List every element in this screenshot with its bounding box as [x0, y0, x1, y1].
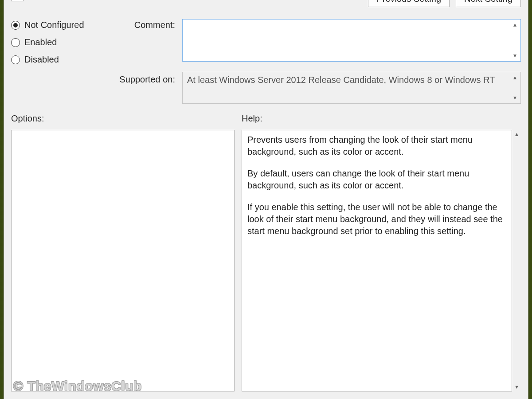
state-radio-disabled[interactable]: Disabled: [11, 55, 100, 65]
help-paragraph: If you enable this setting, the user wil…: [247, 201, 506, 237]
state-radio-not-configured[interactable]: Not Configured: [11, 20, 100, 30]
supported-on-value: At least Windows Server 2012 Release Can…: [187, 75, 495, 85]
content-area: Not Configured Enabled Disabled Comment:…: [4, 19, 528, 391]
supported-on-field: At least Windows Server 2012 Release Can…: [182, 72, 521, 104]
state-radio-group: Not Configured Enabled Disabled: [11, 19, 100, 65]
options-panel[interactable]: [11, 130, 235, 391]
supported-on-label: Supported on:: [103, 65, 179, 85]
scroll-down-icon[interactable]: ▾: [511, 52, 519, 59]
radio-icon: [11, 21, 20, 30]
previous-setting-button[interactable]: Previous Setting: [368, 0, 450, 7]
title-bar: Previous Setting Next Setting: [4, 0, 528, 10]
scroll-up-icon[interactable]: ▴: [511, 21, 519, 28]
radio-icon: [11, 38, 20, 47]
policy-icon: [11, 0, 23, 1]
scroll-down-icon[interactable]: ▾: [512, 383, 520, 391]
help-scrollbar[interactable]: ▴ ▾: [512, 130, 521, 391]
help-paragraph: By default, users can change the look of…: [247, 168, 506, 192]
comment-label: Comment:: [103, 19, 179, 30]
comment-textarea[interactable]: ▴ ▾: [182, 19, 521, 62]
nav-buttons: Previous Setting Next Setting: [368, 0, 521, 7]
policy-editor-window: Previous Setting Next Setting Not Config…: [4, 0, 528, 399]
upper-grid: Not Configured Enabled Disabled Comment:…: [11, 19, 521, 104]
scroll-down-icon[interactable]: ▾: [511, 94, 519, 102]
section-labels: Options: Help:: [11, 113, 521, 124]
next-setting-button[interactable]: Next Setting: [456, 0, 521, 7]
radio-label: Not Configured: [24, 20, 84, 30]
radio-label: Disabled: [24, 55, 59, 65]
scroll-up-icon[interactable]: ▴: [512, 131, 520, 138]
desktop-background: Previous Setting Next Setting Not Config…: [0, 0, 532, 399]
help-label: Help:: [242, 113, 521, 124]
scroll-up-icon[interactable]: ▴: [511, 74, 519, 81]
state-radio-enabled[interactable]: Enabled: [11, 37, 100, 47]
help-paragraph: Prevents users from changing the look of…: [247, 134, 506, 158]
help-wrap: Prevents users from changing the look of…: [242, 130, 521, 391]
radio-label: Enabled: [24, 37, 57, 47]
help-panel[interactable]: Prevents users from changing the look of…: [242, 130, 512, 391]
panels-row: Prevents users from changing the look of…: [11, 130, 521, 391]
radio-icon: [11, 55, 20, 64]
options-label: Options:: [11, 113, 242, 124]
